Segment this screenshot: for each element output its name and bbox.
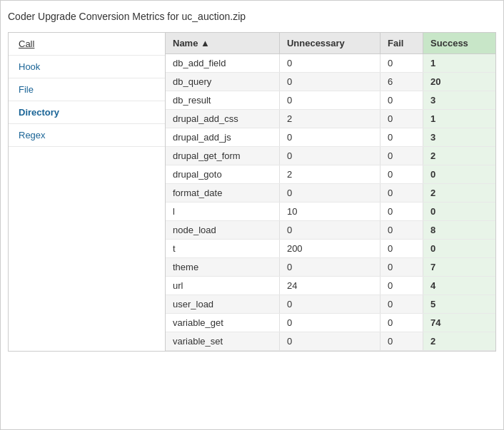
cell-name: format_date [166, 184, 279, 203]
cell-name: drupal_add_js [166, 128, 279, 147]
cell-name: url [166, 277, 279, 295]
sidebar-item-file[interactable]: File [9, 78, 165, 101]
cell-name: theme [166, 258, 279, 277]
sidebar-item-call[interactable]: Call [9, 33, 165, 56]
cell-success: 1 [423, 54, 495, 73]
table-row: url2404 [166, 277, 495, 295]
cell-success: 3 [423, 128, 495, 147]
cell-success: 5 [423, 295, 495, 314]
table-row: drupal_add_css201 [166, 110, 495, 128]
cell-success: 0 [423, 203, 495, 221]
cell-unnecessary: 24 [279, 277, 380, 295]
cell-fail: 0 [380, 147, 423, 165]
cell-name: node_load [166, 221, 279, 240]
content-area: CallHookFileDirectoryRegex Name ▲Unneces… [8, 32, 496, 352]
window-title: Coder Upgrade Conversion Metrics for uc_… [8, 8, 496, 25]
cell-name: db_result [166, 91, 279, 110]
col-header-fail[interactable]: Fail [380, 33, 423, 54]
cell-unnecessary: 0 [279, 147, 380, 165]
table-row: drupal_goto200 [166, 165, 495, 184]
cell-success: 74 [423, 314, 495, 332]
main-content: Name ▲UnnecessaryFailSuccess db_add_fiel… [166, 33, 495, 351]
table-row: theme007 [166, 258, 495, 277]
cell-success: 1 [423, 110, 495, 128]
table-row: drupal_get_form002 [166, 147, 495, 165]
cell-fail: 0 [380, 314, 423, 332]
table-row: drupal_add_js003 [166, 128, 495, 147]
table-row: user_load005 [166, 295, 495, 314]
cell-unnecessary: 0 [279, 54, 380, 73]
table-row: node_load008 [166, 221, 495, 240]
cell-name: user_load [166, 295, 279, 314]
cell-unnecessary: 2 [279, 110, 380, 128]
cell-fail: 0 [380, 295, 423, 314]
cell-unnecessary: 0 [279, 91, 380, 110]
cell-unnecessary: 0 [279, 128, 380, 147]
cell-fail: 0 [380, 110, 423, 128]
cell-fail: 6 [380, 73, 423, 91]
table-row: variable_get0074 [166, 314, 495, 332]
cell-fail: 0 [380, 332, 423, 351]
cell-success: 20 [423, 73, 495, 91]
cell-name: db_add_field [166, 54, 279, 73]
table-row: t20000 [166, 240, 495, 258]
cell-success: 2 [423, 184, 495, 203]
cell-fail: 0 [380, 277, 423, 295]
cell-fail: 0 [380, 128, 423, 147]
cell-success: 3 [423, 91, 495, 110]
sidebar-item-regex[interactable]: Regex [9, 124, 165, 147]
cell-unnecessary: 200 [279, 240, 380, 258]
cell-name: variable_set [166, 332, 279, 351]
cell-success: 7 [423, 258, 495, 277]
cell-unnecessary: 0 [279, 221, 380, 240]
cell-fail: 0 [380, 221, 423, 240]
table-row: db_result003 [166, 91, 495, 110]
cell-name: drupal_add_css [166, 110, 279, 128]
col-header-success[interactable]: Success [423, 33, 495, 54]
cell-unnecessary: 0 [279, 258, 380, 277]
sidebar: CallHookFileDirectoryRegex [9, 33, 166, 351]
cell-success: 8 [423, 221, 495, 240]
sidebar-item-hook[interactable]: Hook [9, 56, 165, 78]
table-row: variable_set002 [166, 332, 495, 351]
cell-success: 2 [423, 332, 495, 351]
table-row: db_query0620 [166, 73, 495, 91]
cell-success: 2 [423, 147, 495, 165]
cell-success: 0 [423, 165, 495, 184]
cell-fail: 0 [380, 165, 423, 184]
cell-unnecessary: 0 [279, 295, 380, 314]
table-body: db_add_field001db_query0620db_result003d… [166, 54, 495, 351]
cell-unnecessary: 0 [279, 184, 380, 203]
cell-name: drupal_goto [166, 165, 279, 184]
cell-name: drupal_get_form [166, 147, 279, 165]
table-header: Name ▲UnnecessaryFailSuccess [166, 33, 495, 54]
cell-unnecessary: 0 [279, 73, 380, 91]
cell-fail: 0 [380, 54, 423, 73]
cell-fail: 0 [380, 258, 423, 277]
cell-fail: 0 [380, 203, 423, 221]
cell-unnecessary: 10 [279, 203, 380, 221]
cell-name: variable_get [166, 314, 279, 332]
cell-fail: 0 [380, 184, 423, 203]
cell-unnecessary: 2 [279, 165, 380, 184]
sidebar-item-directory[interactable]: Directory [9, 101, 165, 124]
col-header-name[interactable]: Name ▲ [166, 33, 279, 54]
cell-fail: 0 [380, 91, 423, 110]
cell-unnecessary: 0 [279, 332, 380, 351]
cell-name: t [166, 240, 279, 258]
cell-fail: 0 [380, 240, 423, 258]
cell-name: l [166, 203, 279, 221]
table-row: db_add_field001 [166, 54, 495, 73]
main-window: Coder Upgrade Conversion Metrics for uc_… [0, 0, 504, 430]
col-header-unnecessary[interactable]: Unnecessary [279, 33, 380, 54]
cell-success: 0 [423, 240, 495, 258]
table-row: l1000 [166, 203, 495, 221]
metrics-table: Name ▲UnnecessaryFailSuccess db_add_fiel… [166, 33, 495, 351]
table-row: format_date002 [166, 184, 495, 203]
cell-name: db_query [166, 73, 279, 91]
cell-success: 4 [423, 277, 495, 295]
cell-unnecessary: 0 [279, 314, 380, 332]
